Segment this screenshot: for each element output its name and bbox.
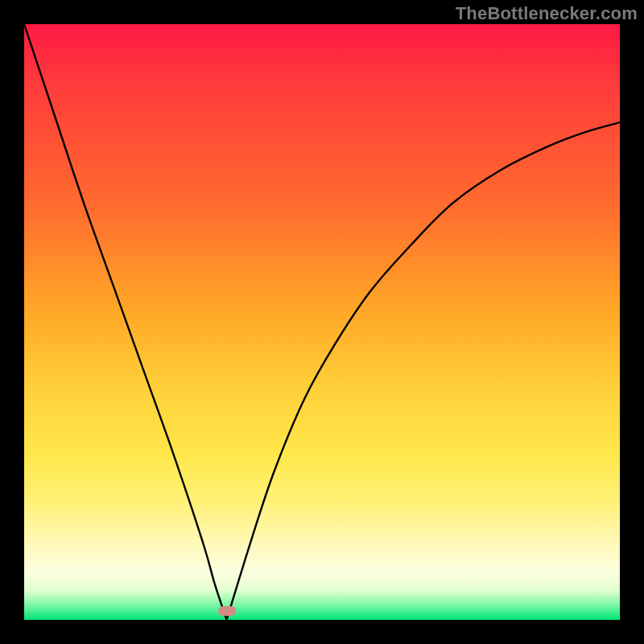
chart-curve <box>24 24 620 620</box>
watermark-label: TheBottlenecker.com <box>456 3 638 24</box>
chart-curve-path <box>24 24 620 620</box>
chart-plot-area <box>24 24 620 620</box>
vertex-marker <box>218 606 236 616</box>
chart-stage: TheBottlenecker.com <box>0 0 644 644</box>
